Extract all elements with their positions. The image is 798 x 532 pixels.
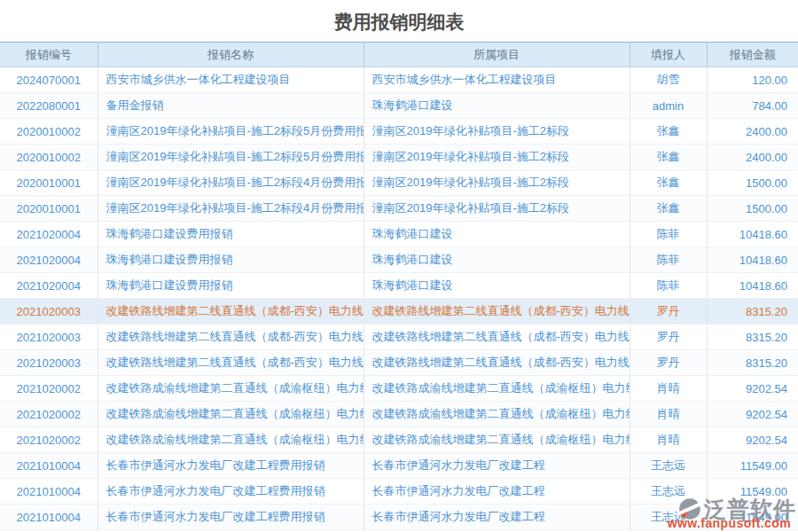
cell-person: admin xyxy=(630,93,707,119)
cell-amount: 784.00 xyxy=(707,93,798,119)
cell-amount: 11549.00 xyxy=(707,479,798,505)
table-row[interactable]: 2021020002改建铁路成渝线增建第二直通线（成渝枢纽）电力线改建铁路成渝线… xyxy=(0,402,798,427)
cell-name: 长春市伊通河水力发电厂改建工程费用报销 xyxy=(98,505,364,530)
cell-person: 张鑫 xyxy=(630,145,707,170)
cell-project: 潼南区2019年绿化补贴项目-施工2标段 xyxy=(364,196,630,222)
cell-person: 张鑫 xyxy=(630,170,707,196)
cell-person: 胡雪 xyxy=(630,67,707,93)
cell-name: 西安市城乡供水一体化工程建设项目 xyxy=(98,67,364,93)
cell-amount: 10418.60 xyxy=(707,247,798,273)
expense-detail-table: 报销编号报销名称所属项目填报人报销金额 2024070001西安市城乡供水一体化… xyxy=(0,42,798,530)
cell-amount: 9202.54 xyxy=(707,427,798,453)
cell-id: 2021010004 xyxy=(0,453,98,479)
cell-project: 改建铁路线增建第二线直通线（成都-西安）电力线 xyxy=(364,350,630,376)
cell-name: 潼南区2019年绿化补贴项目-施工2标段4月份费用报批 xyxy=(98,196,364,222)
cell-name: 珠海鹤港口建设费用报销 xyxy=(98,222,364,247)
table-row[interactable]: 2022080001备用金报销珠海鹤港口建设admin784.00 xyxy=(0,93,798,119)
table-row[interactable]: 2021020003改建铁路线增建第二线直通线（成都-西安）电力线改建铁路线增建… xyxy=(0,325,798,350)
cell-person: 王志远 xyxy=(630,453,707,479)
table-row[interactable]: 2021010004长春市伊通河水力发电厂改建工程费用报销长春市伊通河水力发电厂… xyxy=(0,453,798,479)
cell-id: 2021020003 xyxy=(0,299,98,325)
cell-id: 2021010004 xyxy=(0,479,98,505)
table-row[interactable]: 2021010004长春市伊通河水力发电厂改建工程费用报销长春市伊通河水力发电厂… xyxy=(0,479,798,505)
cell-person: 王志远 xyxy=(630,479,707,505)
cell-amount: 9202.54 xyxy=(707,402,798,427)
cell-id: 2021020002 xyxy=(0,376,98,402)
table-header-row: 报销编号报销名称所属项目填报人报销金额 xyxy=(0,43,798,67)
cell-project: 长春市伊通河水力发电厂改建工程 xyxy=(364,505,630,530)
column-header-amount: 报销金额 xyxy=(707,43,798,67)
cell-project: 改建铁路线增建第二线直通线（成都-西安）电力线 xyxy=(364,325,630,350)
cell-name: 潼南区2019年绿化补贴项目-施工2标段5月份费用报批 xyxy=(98,119,364,145)
cell-name: 改建铁路线增建第二线直通线（成都-西安）电力线 xyxy=(98,325,364,350)
table-row[interactable]: 2021020004珠海鹤港口建设费用报销珠海鹤港口建设陈菲10418.60 xyxy=(0,247,798,273)
cell-amount: 1500.00 xyxy=(707,196,798,222)
cell-project: 珠海鹤港口建设 xyxy=(364,222,630,247)
cell-amount: 2400.00 xyxy=(707,119,798,145)
table-row[interactable]: 2020010001潼南区2019年绿化补贴项目-施工2标段4月份费用报批潼南区… xyxy=(0,170,798,196)
cell-project: 改建铁路成渝线增建第二直通线（成渝枢纽）电力线 xyxy=(364,376,630,402)
cell-amount: 1500.00 xyxy=(707,170,798,196)
cell-amount: 8315.20 xyxy=(707,350,798,376)
cell-amount: 10418.60 xyxy=(707,222,798,247)
table-row[interactable]: 2021020004珠海鹤港口建设费用报销珠海鹤港口建设陈菲10418.60 xyxy=(0,273,798,299)
cell-name: 珠海鹤港口建设费用报销 xyxy=(98,247,364,273)
cell-project: 西安市城乡供水一体化工程建设项目 xyxy=(364,67,630,93)
cell-name: 长春市伊通河水力发电厂改建工程费用报销 xyxy=(98,479,364,505)
table-row[interactable]: 2020010002潼南区2019年绿化补贴项目-施工2标段5月份费用报批潼南区… xyxy=(0,119,798,145)
table-row[interactable]: 2020010001潼南区2019年绿化补贴项目-施工2标段4月份费用报批潼南区… xyxy=(0,196,798,222)
cell-id: 2021020002 xyxy=(0,427,98,453)
table-row[interactable]: 2021020003改建铁路线增建第二线直通线（成都-西安）电力线改建铁路线增建… xyxy=(0,350,798,376)
cell-person: 陈菲 xyxy=(630,222,707,247)
table-row[interactable]: 2021020004珠海鹤港口建设费用报销珠海鹤港口建设陈菲10418.60 xyxy=(0,222,798,247)
cell-id: 2021020004 xyxy=(0,247,98,273)
cell-name: 改建铁路成渝线增建第二直通线（成渝枢纽）电力线 xyxy=(98,376,364,402)
cell-name: 潼南区2019年绿化补贴项目-施工2标段5月份费用报批 xyxy=(98,145,364,170)
cell-name: 改建铁路成渝线增建第二直通线（成渝枢纽）电力线 xyxy=(98,427,364,453)
cell-name: 改建铁路线增建第二线直通线（成都-西安）电力线 xyxy=(98,299,364,325)
table-row[interactable]: 2020010002潼南区2019年绿化补贴项目-施工2标段5月份费用报批潼南区… xyxy=(0,145,798,170)
cell-person: 肖晴 xyxy=(630,402,707,427)
cell-name: 潼南区2019年绿化补贴项目-施工2标段4月份费用报批 xyxy=(98,170,364,196)
table-row[interactable]: 2021020003改建铁路线增建第二线直通线（成都-西安）电力线改建铁路线增建… xyxy=(0,299,798,325)
cell-project: 潼南区2019年绿化补贴项目-施工2标段 xyxy=(364,119,630,145)
cell-project: 长春市伊通河水力发电厂改建工程 xyxy=(364,479,630,505)
cell-id: 2021020003 xyxy=(0,350,98,376)
table-row[interactable]: 2021020002改建铁路成渝线增建第二直通线（成渝枢纽）电力线改建铁路成渝线… xyxy=(0,376,798,402)
cell-id: 2021020002 xyxy=(0,402,98,427)
cell-name: 长春市伊通河水力发电厂改建工程费用报销 xyxy=(98,453,364,479)
page-title: 费用报销明细表 xyxy=(0,0,798,42)
cell-person: 罗丹 xyxy=(630,325,707,350)
column-header-id: 报销编号 xyxy=(0,43,98,67)
cell-amount: 8315.20 xyxy=(707,325,798,350)
cell-amount: 8315.20 xyxy=(707,299,798,325)
cell-id: 2021020003 xyxy=(0,325,98,350)
cell-amount: 11549.00 xyxy=(707,453,798,479)
table-row[interactable]: 2024070001西安市城乡供水一体化工程建设项目西安市城乡供水一体化工程建设… xyxy=(0,67,798,93)
cell-project: 潼南区2019年绿化补贴项目-施工2标段 xyxy=(364,170,630,196)
cell-person: 张鑫 xyxy=(630,196,707,222)
cell-person: 陈菲 xyxy=(630,247,707,273)
cell-id: 2020010001 xyxy=(0,170,98,196)
cell-amount: 120.00 xyxy=(707,67,798,93)
cell-amount: 9202.54 xyxy=(707,376,798,402)
cell-project: 长春市伊通河水力发电厂改建工程 xyxy=(364,453,630,479)
cell-name: 改建铁路线增建第二线直通线（成都-西安）电力线 xyxy=(98,350,364,376)
cell-project: 改建铁路线增建第二线直通线（成都-西安）电力线 xyxy=(364,299,630,325)
cell-person: 陈菲 xyxy=(630,273,707,299)
cell-project: 潼南区2019年绿化补贴项目-施工2标段 xyxy=(364,145,630,170)
cell-id: 2021010004 xyxy=(0,505,98,530)
column-header-person: 填报人 xyxy=(630,43,707,67)
cell-name: 备用金报销 xyxy=(98,93,364,119)
cell-id: 2021020004 xyxy=(0,273,98,299)
cell-project: 改建铁路成渝线增建第二直通线（成渝枢纽）电力线 xyxy=(364,427,630,453)
cell-amount: 11549.00 xyxy=(707,505,798,530)
cell-project: 珠海鹤港口建设 xyxy=(364,247,630,273)
cell-amount: 2400.00 xyxy=(707,145,798,170)
table-row[interactable]: 2021020002改建铁路成渝线增建第二直通线（成渝枢纽）电力线改建铁路成渝线… xyxy=(0,427,798,453)
cell-person: 肖晴 xyxy=(630,376,707,402)
column-header-name: 报销名称 xyxy=(98,43,364,67)
table-row[interactable]: 2021010004长春市伊通河水力发电厂改建工程费用报销长春市伊通河水力发电厂… xyxy=(0,505,798,530)
cell-id: 2021020004 xyxy=(0,222,98,247)
cell-name: 珠海鹤港口建设费用报销 xyxy=(98,273,364,299)
